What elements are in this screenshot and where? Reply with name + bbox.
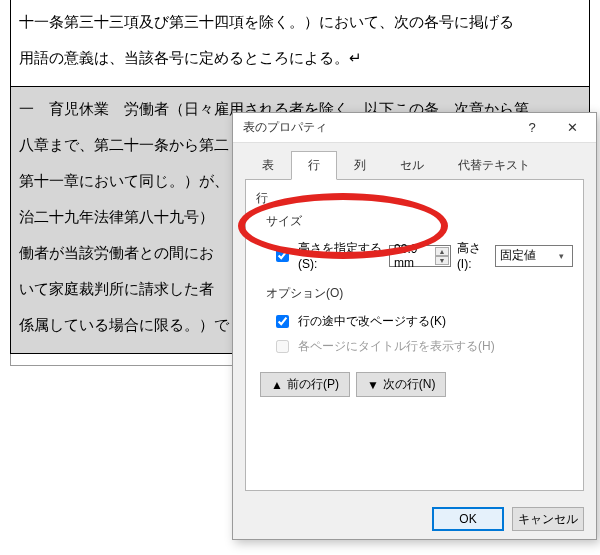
triangle-down-icon: ▼ — [367, 378, 379, 392]
height-basis-value: 固定値 — [500, 247, 536, 264]
tab-alt-text[interactable]: 代替テキスト — [441, 151, 547, 180]
help-icon: ? — [528, 120, 535, 135]
next-row-label: 次の行(N) — [383, 376, 436, 393]
prev-row-button[interactable]: ▲ 前の行(P) — [260, 372, 350, 397]
height-value: 90.9 mm — [394, 242, 432, 270]
chevron-down-icon: ▾ — [554, 247, 570, 265]
height-spinner[interactable]: ▲ ▼ — [435, 247, 449, 265]
tab-column[interactable]: 列 — [337, 151, 383, 180]
options-label: オプション(O) — [266, 285, 573, 302]
dialog-footer: OK キャンセル — [233, 499, 596, 539]
tab-cell[interactable]: セル — [383, 151, 441, 180]
tab-strip: 表 行 列 セル 代替テキスト — [233, 143, 596, 180]
height-basis-select[interactable]: 固定値 ▾ — [495, 245, 573, 267]
height-input[interactable]: 90.9 mm ▲ ▼ — [389, 245, 451, 267]
dialog-titlebar[interactable]: 表のプロパティ ? ✕ — [233, 113, 596, 143]
repeat-header-row: 各ページにタイトル行を表示する(H) — [272, 337, 573, 356]
allow-break-row: 行の途中で改ページする(K) — [272, 312, 573, 331]
document-cell-1: 十一条第三十三項及び第三十四項を除く。）において、次の各号に掲げる 用語の意義は… — [10, 0, 590, 87]
allow-break-checkbox[interactable] — [276, 315, 289, 328]
allow-break-label: 行の途中で改ページする(K) — [298, 313, 446, 330]
dialog-title: 表のプロパティ — [243, 119, 512, 136]
row-nav-buttons: ▲ 前の行(P) ▼ 次の行(N) — [260, 372, 573, 397]
tab-body-row: 行 サイズ 高さを指定する(S): 90.9 mm ▲ ▼ 高さ(I): 固定値… — [245, 179, 584, 491]
specify-height-label: 高さを指定する(S): — [298, 240, 383, 271]
height-row: 高さを指定する(S): 90.9 mm ▲ ▼ 高さ(I): 固定値 ▾ — [272, 240, 573, 271]
specify-height-checkbox[interactable] — [276, 249, 289, 262]
ok-button[interactable]: OK — [432, 507, 504, 531]
doc-text: 用語の意義は、当該各号に定めるところによる。↵ — [19, 40, 581, 76]
row-section-header: 行 — [256, 190, 573, 207]
close-button[interactable]: ✕ — [552, 114, 592, 142]
tab-row[interactable]: 行 — [291, 151, 337, 180]
height-basis-label: 高さ(I): — [457, 240, 489, 271]
spinner-up-icon[interactable]: ▲ — [435, 247, 449, 256]
table-properties-dialog: 表のプロパティ ? ✕ 表 行 列 セル 代替テキスト 行 サイズ 高さを指定す… — [232, 112, 597, 540]
doc-text: 十一条第三十三項及び第三十四項を除く。）において、次の各号に掲げる — [19, 4, 581, 40]
cancel-button[interactable]: キャンセル — [512, 507, 584, 531]
spinner-down-icon[interactable]: ▼ — [435, 256, 449, 265]
close-icon: ✕ — [567, 120, 578, 135]
prev-row-label: 前の行(P) — [287, 376, 339, 393]
help-button[interactable]: ? — [512, 114, 552, 142]
tab-table[interactable]: 表 — [245, 151, 291, 180]
size-label: サイズ — [266, 213, 573, 230]
repeat-header-label: 各ページにタイトル行を表示する(H) — [298, 338, 495, 355]
options-block: 行の途中で改ページする(K) 各ページにタイトル行を表示する(H) — [272, 312, 573, 356]
repeat-header-checkbox — [276, 340, 289, 353]
next-row-button[interactable]: ▼ 次の行(N) — [356, 372, 447, 397]
triangle-up-icon: ▲ — [271, 378, 283, 392]
